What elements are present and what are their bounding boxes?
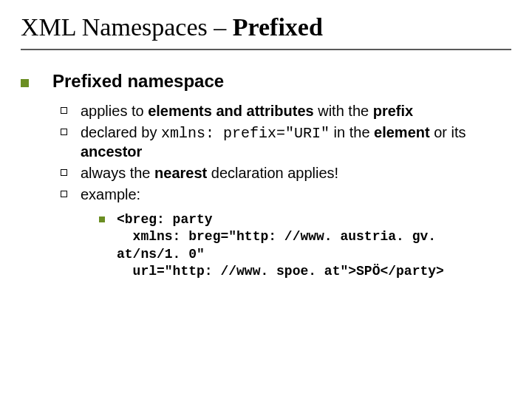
text-bold: elements and attributes (148, 103, 318, 119)
title-rule (21, 49, 511, 50)
square-bullet-icon (99, 216, 105, 222)
text-part: declared by (81, 124, 161, 140)
code-example: <breg: party xmlns: breg="http: //www. a… (117, 211, 485, 281)
text-bold: nearest (154, 165, 211, 181)
text-part: or its (430, 124, 466, 140)
level2-item: always the nearest declaration applies! (61, 164, 495, 183)
title-bold: Prefixed (233, 13, 323, 41)
level2-item: applies to elements and attributes with … (61, 102, 495, 120)
slide: XML Namespaces – Prefixed Prefixed names… (0, 0, 532, 399)
level2-item: example: (61, 185, 495, 204)
text-part: applies to (81, 103, 148, 119)
level1-item: Prefixed namespace (21, 71, 511, 92)
hollow-square-bullet-icon (61, 169, 67, 176)
text-bold: prefix (373, 103, 413, 119)
level3-item: <breg: party xmlns: breg="http: //www. a… (99, 211, 485, 281)
level2-item: declared by xmlns: prefix="URI" in the e… (61, 123, 495, 161)
text-bold: ancestor (81, 143, 142, 160)
hollow-square-bullet-icon (61, 107, 67, 114)
bullet-text: always the nearest declaration applies! (81, 164, 495, 183)
bullet-text: applies to elements and attributes with … (81, 102, 495, 120)
bullet-text: example: (81, 185, 495, 204)
text-part: always the (81, 165, 154, 181)
text-part: in the (330, 124, 374, 140)
inline-code: xmlns: prefix="URI" (161, 125, 330, 142)
square-bullet-icon (21, 79, 29, 87)
level2-list: applies to elements and attributes with … (61, 102, 495, 204)
hollow-square-bullet-icon (61, 129, 67, 135)
level3-list: <breg: party xmlns: breg="http: //www. a… (99, 211, 485, 281)
slide-title: XML Namespaces – Prefixed (21, 13, 511, 44)
title-plain: XML Namespaces – (21, 13, 233, 41)
hollow-square-bullet-icon (61, 191, 67, 197)
text-part: example: (81, 186, 140, 202)
text-part: declaration applies! (211, 165, 338, 181)
bullet-text: declared by xmlns: prefix="URI" in the e… (81, 123, 495, 161)
text-part: with the (318, 103, 372, 119)
level1-heading: Prefixed namespace (52, 71, 224, 92)
text-bold: element (374, 124, 430, 140)
